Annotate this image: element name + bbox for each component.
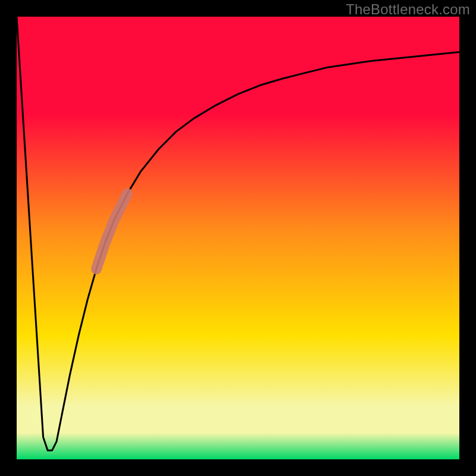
curve-highlight-segment [96,194,127,270]
plot-layer [17,17,459,459]
chart-stage: TheBottleneck.com [0,0,476,476]
bottleneck-curve [17,17,459,450]
chart-frame [17,17,459,459]
watermark-text: TheBottleneck.com [346,1,470,18]
